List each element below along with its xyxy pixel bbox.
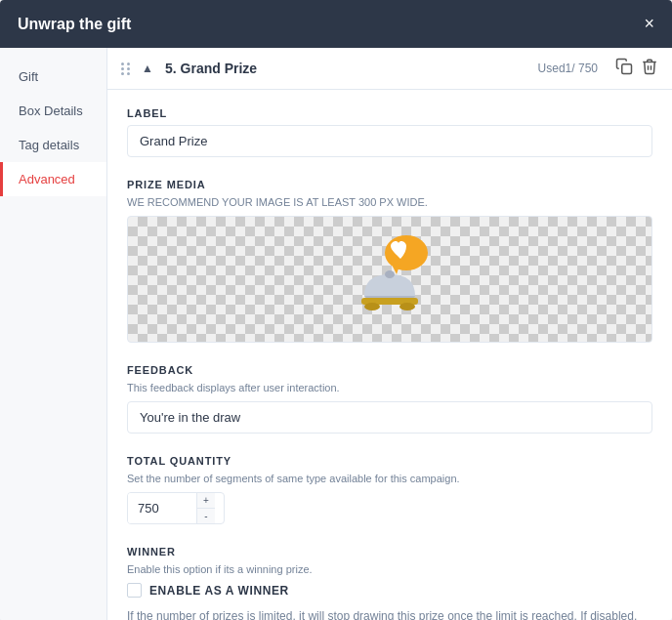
drag-handle-icon[interactable] [121,62,130,75]
close-button[interactable]: × [644,14,654,34]
prize-number-name: 5. Grand Prize [165,61,530,76]
copy-prize-button[interactable] [615,58,633,79]
quantity-stepper: + - [127,492,225,524]
delete-prize-button[interactable] [641,58,658,79]
feedback-field-group: FEEDBACK This feedback displays after us… [127,364,652,434]
winner-checkbox-row: ENABLE AS A WINNER [127,583,652,598]
total-quantity-label: TOTAL QUANTITY [127,455,652,467]
prize-header: ▲ 5. Grand Prize Used1/ 750 [107,48,672,90]
prize-actions [615,58,658,79]
svg-point-4 [385,270,395,278]
prize-media-label: PRIZE MEDIA [127,179,652,190]
feedback-input[interactable] [127,401,652,434]
winner-field-group: WINNER Enable this option if its a winni… [127,546,652,620]
prize-icon-container [128,217,651,342]
prize-media-field-group: PRIZE MEDIA WE RECOMMEND YOUR IMAGE IS A… [127,179,652,343]
quantity-spinners: + - [196,493,215,523]
sidebar-item-box-details[interactable]: Box Details [0,94,106,128]
feedback-sublabel: This feedback displays after user intera… [127,382,652,393]
winner-label: WINNER [127,546,652,558]
sidebar-item-gift[interactable]: Gift [0,60,106,94]
quantity-down-button[interactable]: - [197,509,215,523]
svg-point-1 [385,235,428,270]
feedback-label: FEEDBACK [127,364,652,376]
winner-checkbox[interactable] [127,583,142,598]
main-content: ▲ 5. Grand Prize Used1/ 750 [107,48,672,620]
sidebar: Gift Box Details Tag details Advanced [0,48,107,620]
svg-rect-0 [622,64,632,74]
quantity-up-button[interactable]: + [197,493,215,509]
modal-body: Gift Box Details Tag details Advanced ▲ … [0,48,672,620]
quantity-input[interactable] [128,493,196,523]
sidebar-item-advanced[interactable]: Advanced [0,162,106,196]
prize-media-sublabel: WE RECOMMEND YOUR IMAGE IS AT LEAST 300 … [127,196,652,208]
prize-media-image-area[interactable] [127,216,652,343]
svg-point-6 [364,303,380,310]
form-area: LABEL PRIZE MEDIA WE RECOMMEND YOUR IMAG… [107,90,672,620]
modal-title: Unwrap the gift [18,16,131,33]
sidebar-item-tag-details[interactable]: Tag details [0,128,106,162]
label-input[interactable] [127,125,652,157]
winner-note: If the number of prizes is limited, it w… [127,607,652,620]
label-field-group: LABEL [127,107,652,157]
modal-container: Unwrap the gift × Gift Box Details Tag d… [0,0,672,620]
winner-checkbox-label: ENABLE AS A WINNER [149,584,289,598]
winner-sublabel: Enable this option if its a winning priz… [127,563,652,575]
svg-point-7 [399,303,415,310]
total-quantity-sublabel: Set the number of segments of same type … [127,473,652,484]
label-field-label: LABEL [127,107,652,119]
prize-used-count: Used1/ 750 [538,62,598,75]
total-quantity-field-group: TOTAL QUANTITY Set the number of segment… [127,455,652,524]
collapse-button[interactable]: ▲ [138,59,157,78]
modal-header: Unwrap the gift × [0,0,672,48]
